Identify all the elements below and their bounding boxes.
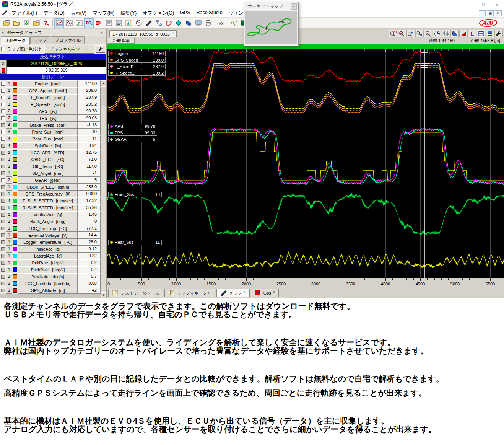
telemetry-chart-canvas[interactable] [107, 49, 504, 278]
channel-color-swatch[interactable] [13, 171, 17, 176]
channel-name-button[interactable]: InlineAcc[g] [18, 246, 78, 253]
channel-color-swatch[interactable] [13, 254, 17, 258]
xy-view-icon[interactable] [74, 18, 84, 28]
layout-rows-icon[interactable] [486, 30, 494, 37]
channel-row[interactable]: 1LateralAcc[g]0.22 [0, 253, 101, 259]
mdi-minimize-button[interactable]: — [479, 10, 486, 16]
channel-name-button[interactable]: External Voltage[V] [18, 232, 78, 239]
legend-gps_speed[interactable]: GPS_Speed289.0 [108, 57, 166, 63]
channel-name-button[interactable]: R_SUS_SPEED[mm/sec] [18, 204, 78, 211]
gauge-view-icon[interactable] [134, 18, 143, 28]
channel-checkbox[interactable] [0, 184, 6, 191]
channel-color-swatch[interactable] [13, 281, 17, 286]
channel-row[interactable]: 1OBDII_SPEED[km/h]253.0 [0, 184, 101, 191]
graph-view-icon[interactable] [54, 18, 64, 28]
map-close-button[interactable]: × [291, 3, 297, 10]
channel-name-button[interactable]: Bank_Angle[deg] [18, 218, 78, 225]
channel-name-button[interactable]: LateralAcc[g] [18, 253, 78, 259]
channel-row[interactable]: 2LCC_Lambda[lambda]0.88 [0, 280, 101, 287]
minimize-button[interactable]: — [463, 0, 476, 9]
channel-name-button[interactable]: GPS_Speed[km/h] [18, 87, 78, 94]
channel-row[interactable]: 1InlineAcc[g]-0.12 [0, 246, 101, 253]
mdi-close-button[interactable]: × [495, 10, 502, 16]
channel-name-button[interactable]: Brake_Press[bar] [18, 122, 78, 129]
channel-name-button[interactable]: SpinRate[%] [18, 142, 78, 149]
distribution-view-icon[interactable] [64, 18, 74, 28]
channel-name-button[interactable]: YawRate[deg/s] [18, 273, 78, 280]
menu-item-3[interactable]: マップ(M) [89, 9, 117, 17]
zoom-next-icon[interactable] [415, 30, 424, 37]
channel-slider-icon[interactable] [442, 30, 450, 37]
panel-close-icon[interactable]: × [99, 31, 104, 35]
sort-channels-button[interactable]: チャンネルをソート [44, 45, 94, 54]
bottom-tab-2[interactable]: グラフ× [216, 289, 250, 297]
channel-row[interactable]: 1PitchRate[deg/s]0.4 [0, 266, 101, 273]
color-by-lap-checkbox[interactable] [1, 47, 5, 51]
channel-color-swatch[interactable] [13, 82, 17, 86]
channel-checkbox[interactable] [0, 253, 6, 259]
channel-row[interactable]: 1R_Speed2[km/h]299.2 [0, 101, 101, 108]
channel-color-swatch[interactable] [13, 123, 17, 127]
channel-row[interactable]: 1GPS_Speed[km/h]289.0 [0, 87, 101, 94]
channel-color-swatch[interactable] [13, 205, 17, 210]
gem-tool-icon[interactable] [174, 18, 183, 28]
channel-row[interactable]: 5R_SUS_SPEED[mm/sec]-35.96 [0, 204, 101, 211]
print-icon[interactable] [203, 18, 213, 28]
channel-checkbox[interactable] [0, 122, 6, 129]
channel-name-button[interactable]: Front_Sus[mm] [18, 129, 78, 135]
channel-row[interactable]: 4Brake_Press[bar]-1.13 [0, 122, 101, 129]
channel-checkbox[interactable] [0, 266, 6, 273]
zoom-out-icon[interactable] [424, 30, 432, 37]
channel-checkbox[interactable] [0, 273, 6, 280]
channel-color-swatch[interactable] [13, 185, 17, 189]
channel-checkbox[interactable] [0, 211, 6, 218]
channel-color-swatch[interactable] [13, 109, 17, 114]
channel-name-button[interactable]: VerticalAcc[g] [18, 211, 78, 218]
legend-aps[interactable]: APS99.78 [108, 124, 157, 129]
channel-row[interactable]: 1RollRate[deg/s]-0.2 [0, 259, 101, 266]
maximize-button[interactable]: □ [476, 0, 490, 9]
channel-color-swatch[interactable] [13, 88, 17, 93]
channel-checkbox[interactable] [0, 163, 6, 170]
channel-checkbox[interactable] [0, 156, 6, 163]
math-sqrt-icon[interactable]: √x [216, 18, 226, 28]
channel-color-swatch[interactable] [13, 267, 17, 272]
new-test-icon[interactable] [2, 18, 11, 28]
channel-color-swatch[interactable] [13, 247, 17, 251]
channel-row[interactable]: 1YawRate[deg/s]0.7 [0, 273, 101, 280]
panel-tab-1[interactable]: ラップ [30, 36, 51, 44]
doc-tab-close-icon[interactable]: × [172, 31, 174, 35]
seat-tool-icon[interactable] [184, 18, 193, 28]
channel-row[interactable]: 1VerticalAcc[g]-1.45 [0, 211, 101, 218]
channel-checkbox[interactable] [0, 101, 6, 108]
channel-checkbox[interactable] [0, 232, 6, 239]
lap-row[interactable]: 5 02.09.319 [0, 67, 106, 74]
tab-close-icon[interactable]: × [244, 290, 245, 294]
channel-color-swatch[interactable] [13, 130, 17, 134]
legend-f_speed1[interactable]: F_Speed1287.9 [108, 64, 166, 69]
channel-name-button[interactable]: SD_Angel[mm] [18, 170, 78, 177]
menu-item-0[interactable]: ファイル(F) [8, 9, 40, 17]
menu-item-1[interactable]: データ(D) [40, 9, 67, 17]
channel-row[interactable]: 1OBDII_ECT[~C]71.0 [0, 156, 101, 163]
channel-color-swatch[interactable] [13, 274, 17, 279]
scroll-up-arrow[interactable]: ▲ [101, 80, 106, 86]
test-remove-button[interactable]: X [0, 60, 7, 67]
channel-color-swatch[interactable] [13, 143, 17, 148]
compare-wave-icon[interactable] [229, 18, 239, 28]
channel-color-swatch[interactable] [13, 150, 17, 155]
channel-color-swatch[interactable] [13, 233, 17, 238]
channel-row[interactable]: 2TPS[%]99.03 [0, 115, 101, 122]
channel-color-swatch[interactable] [13, 288, 17, 293]
channel-checkbox[interactable] [0, 287, 6, 294]
channel-name-button[interactable]: F_SUS_SPEED[mm/sec] [18, 197, 78, 204]
channel-color-swatch[interactable] [13, 116, 17, 121]
channels-panel-header[interactable]: 計測データとラップ × [0, 29, 106, 36]
legend-rear_sus[interactable]: Rear_Sus11 [108, 240, 162, 245]
channel-name-button[interactable]: GEAR[gear] [18, 177, 78, 184]
channel-name-button[interactable]: LCC_LmdTmp[~C] [18, 225, 78, 232]
channel-row[interactable]: 1Logger Temperature[~C]28.0 [0, 239, 101, 246]
math-channel-icon[interactable] [154, 18, 163, 28]
channel-row[interactable]: 2APS[%]99.78 [0, 108, 101, 115]
graph-doc-tab[interactable]: 1 - 20171129_102955_a_0023 × [109, 30, 177, 37]
